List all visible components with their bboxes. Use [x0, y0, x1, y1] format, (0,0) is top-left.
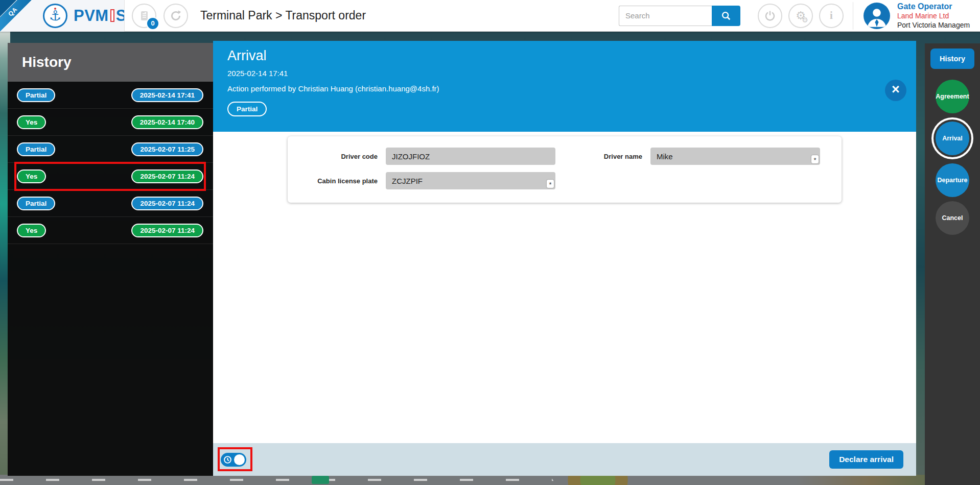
step-cancel-button[interactable]: Cancel [936, 201, 969, 235]
arrival-time-toggle[interactable] [221, 453, 246, 467]
user-menu[interactable]: Gate Operator Land Marine Ltd Port Victo… [864, 2, 978, 30]
power-icon [764, 10, 776, 22]
refresh-button[interactable] [164, 4, 188, 28]
status-pill: Yes [17, 169, 46, 183]
detail-title: Arrival [227, 48, 916, 64]
required-marker: * [547, 180, 554, 188]
history-panel: History Partial2025-02-14 17:41Yes2025-0… [8, 43, 213, 476]
cabin-license-plate-field: Cabin license plate ZCJZPIF * [292, 172, 556, 189]
timestamp-pill: 2025-02-14 17:41 [131, 88, 203, 102]
header-divider [853, 2, 853, 30]
driver-code-label: Driver code [292, 153, 378, 160]
user-role: Gate Operator [897, 2, 978, 12]
toggle-knob [234, 454, 245, 465]
history-panel-title: History [8, 43, 213, 82]
step-agreement-button[interactable]: Agreement [936, 80, 969, 113]
close-icon: × [892, 83, 900, 96]
driver-name-input[interactable]: Mike * [650, 148, 820, 165]
background-photo-roads [0, 475, 980, 485]
history-row[interactable]: Yes2025-02-14 17:40 [8, 109, 213, 136]
driver-name-field: Driver name Mike * [556, 148, 821, 165]
history-list: Partial2025-02-14 17:41Yes2025-02-14 17:… [8, 82, 213, 244]
search-input[interactable] [619, 6, 712, 26]
detail-footer: Declare arrival [213, 443, 916, 476]
brand-letter-i [110, 9, 114, 22]
timestamp-pill: 2025-02-07 11:24 [131, 197, 203, 210]
anchor-logo-icon: ⚓ [43, 4, 67, 28]
refresh-icon [169, 9, 182, 22]
driver-code-input[interactable]: JIZOJFIOZ [386, 148, 555, 165]
detail-status-badge: Partial [227, 102, 267, 116]
info-button[interactable]: i [819, 4, 844, 28]
status-pill: Yes [17, 224, 46, 237]
status-pill: Partial [17, 197, 55, 210]
brand-wordmark: PVMS [74, 7, 124, 25]
info-icon: i [830, 9, 833, 22]
header-divider [124, 0, 125, 32]
status-pill: Partial [17, 88, 55, 102]
user-company: Land Marine Ltd [897, 12, 978, 21]
timestamp-pill: 2025-02-07 11:24 [131, 169, 203, 183]
declare-arrival-button[interactable]: Declare arrival [829, 450, 903, 469]
detail-timestamp: 2025-02-14 17:41 [227, 69, 916, 78]
close-button[interactable]: × [885, 80, 906, 101]
pending-documents-button[interactable]: 0 [132, 4, 156, 28]
history-row[interactable]: Partial2025-02-07 11:24 [8, 190, 213, 217]
pending-count-badge: 0 [146, 17, 159, 30]
step-arrival-button[interactable]: Arrival [936, 122, 969, 155]
workflow-steps: AgreementArrivalDepartureCancel [936, 76, 969, 239]
arrival-form-card: Driver code JIZOJFIOZ Driver name Mike *… [288, 136, 842, 203]
driver-code-field: Driver code JIZOJFIOZ [292, 148, 556, 165]
status-pill: Partial [17, 142, 55, 156]
search-button[interactable] [712, 6, 740, 26]
timestamp-pill: 2025-02-14 17:40 [131, 115, 203, 129]
history-row[interactable]: Yes2025-02-07 11:24 [8, 217, 213, 244]
history-toggle-button[interactable]: History [930, 48, 974, 69]
history-row[interactable]: Partial2025-02-07 11:25 [8, 136, 213, 163]
user-organization: Port Victoria Managem [897, 21, 978, 30]
cabin-license-plate-label: Cabin license plate [292, 177, 378, 185]
clock-icon [223, 455, 232, 464]
required-marker: * [811, 155, 819, 163]
app-root: QA ⚓ PVMS 0 Terminal P [0, 0, 980, 485]
step-departure-button[interactable]: Departure [936, 163, 969, 197]
search-icon [720, 10, 732, 21]
status-pill: Yes [17, 115, 46, 129]
history-row[interactable]: Partial2025-02-14 17:41 [8, 82, 213, 109]
timestamp-pill: 2025-02-07 11:25 [131, 142, 203, 156]
cabin-license-plate-input[interactable]: ZCJZPIF * [386, 172, 555, 189]
avatar [864, 3, 890, 29]
timestamp-pill: 2025-02-07 11:24 [131, 224, 203, 237]
detail-action-line: Action performed by Christian Huang (chr… [227, 84, 916, 93]
detail-panel: Arrival 2025-02-14 17:41 Action performe… [213, 41, 916, 476]
gear-icon: ⚙⚙ [796, 10, 806, 21]
logout-button[interactable] [758, 4, 782, 28]
settings-button[interactable]: ⚙⚙ [788, 4, 813, 28]
breadcrumb: Terminal Park > Transport order [200, 9, 366, 22]
app-header: QA ⚓ PVMS 0 Terminal P [0, 0, 980, 32]
action-sidebar: History AgreementArrivalDepartureCancel [925, 43, 980, 485]
detail-header: Arrival 2025-02-14 17:41 Action performe… [213, 41, 916, 132]
person-icon [864, 3, 890, 29]
detail-body: Driver code JIZOJFIOZ Driver name Mike *… [213, 132, 916, 443]
driver-name-label: Driver name [556, 153, 642, 160]
search-bar [619, 6, 740, 26]
history-row-highlighted[interactable]: Yes2025-02-07 11:24 [8, 163, 213, 190]
app-logo[interactable]: QA ⚓ PVMS [0, 0, 124, 32]
